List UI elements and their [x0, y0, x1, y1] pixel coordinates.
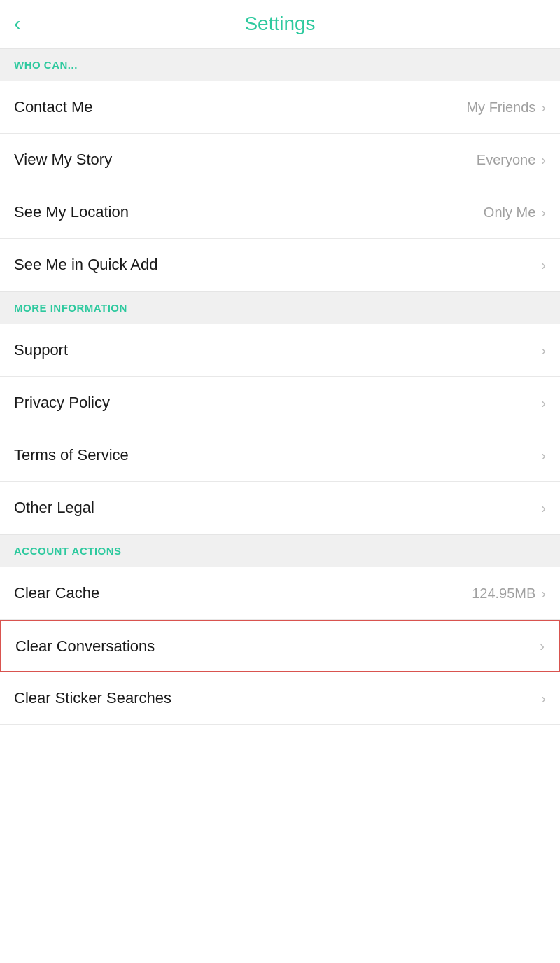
chevron-icon-clear-cache: › — [541, 586, 546, 602]
chevron-icon-terms-of-service: › — [541, 448, 546, 464]
settings-header: ‹ Settings — [0, 0, 560, 48]
item-right-view-my-story: Everyone› — [477, 152, 546, 168]
list-item-other-legal[interactable]: Other Legal› — [0, 482, 560, 534]
list-item-clear-conversations[interactable]: Clear Conversations› — [0, 620, 560, 672]
item-value-clear-cache: 124.95MB — [472, 586, 536, 602]
chevron-icon-see-my-location: › — [541, 205, 546, 221]
item-right-clear-conversations: › — [540, 638, 545, 654]
section-header-more-information: MORE INFORMATION — [0, 291, 560, 324]
chevron-icon-see-me-in-quick-add: › — [541, 257, 546, 273]
item-value-contact-me: My Friends — [466, 99, 536, 116]
list-item-terms-of-service[interactable]: Terms of Service› — [0, 429, 560, 482]
item-right-contact-me: My Friends› — [466, 99, 546, 116]
item-right-support: › — [541, 342, 546, 359]
item-right-see-me-in-quick-add: › — [541, 257, 546, 273]
list-item-contact-me[interactable]: Contact MeMy Friends› — [0, 81, 560, 134]
item-label-contact-me: Contact Me — [14, 98, 93, 116]
section-header-who-can: WHO CAN... — [0, 48, 560, 81]
chevron-icon-privacy-policy: › — [541, 395, 546, 411]
item-label-see-me-in-quick-add: See Me in Quick Add — [14, 256, 158, 274]
list-item-privacy-policy[interactable]: Privacy Policy› — [0, 377, 560, 429]
list-item-clear-sticker-searches[interactable]: Clear Sticker Searches› — [0, 672, 560, 725]
item-label-view-my-story: View My Story — [14, 151, 112, 169]
chevron-icon-contact-me: › — [541, 99, 546, 116]
page-title: Settings — [244, 13, 315, 35]
item-right-see-my-location: Only Me› — [484, 205, 546, 221]
item-right-other-legal: › — [541, 500, 546, 516]
chevron-icon-clear-sticker-searches: › — [541, 691, 546, 707]
item-label-terms-of-service: Terms of Service — [14, 446, 129, 464]
item-value-view-my-story: Everyone — [477, 152, 536, 168]
chevron-icon-view-my-story: › — [541, 152, 546, 168]
item-right-terms-of-service: › — [541, 448, 546, 464]
item-label-support: Support — [14, 341, 68, 359]
item-label-clear-cache: Clear Cache — [14, 584, 99, 602]
item-right-clear-sticker-searches: › — [541, 691, 546, 707]
item-value-see-my-location: Only Me — [484, 205, 536, 221]
back-button[interactable]: ‹ — [14, 14, 20, 34]
item-label-see-my-location: See My Location — [14, 203, 129, 221]
list-item-see-me-in-quick-add[interactable]: See Me in Quick Add› — [0, 239, 560, 291]
item-label-clear-conversations: Clear Conversations — [15, 637, 155, 656]
item-label-clear-sticker-searches: Clear Sticker Searches — [14, 689, 172, 707]
list-item-view-my-story[interactable]: View My StoryEveryone› — [0, 134, 560, 186]
item-label-other-legal: Other Legal — [14, 499, 94, 517]
list-item-see-my-location[interactable]: See My LocationOnly Me› — [0, 186, 560, 239]
chevron-icon-other-legal: › — [541, 500, 546, 516]
chevron-icon-support: › — [541, 342, 546, 359]
section-header-account-actions: ACCOUNT ACTIONS — [0, 534, 560, 567]
list-item-clear-cache[interactable]: Clear Cache124.95MB› — [0, 567, 560, 620]
list-item-support[interactable]: Support› — [0, 324, 560, 377]
item-right-privacy-policy: › — [541, 395, 546, 411]
chevron-icon-clear-conversations: › — [540, 638, 545, 654]
item-right-clear-cache: 124.95MB› — [472, 586, 546, 602]
sections-container: WHO CAN...Contact MeMy Friends›View My S… — [0, 48, 560, 725]
item-label-privacy-policy: Privacy Policy — [14, 394, 110, 412]
